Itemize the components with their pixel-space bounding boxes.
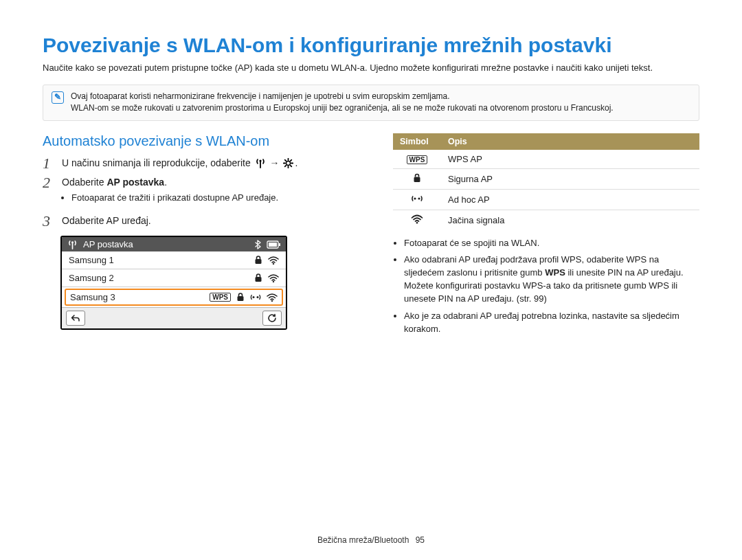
wifi-icon — [267, 293, 278, 302]
bullet-1: Fotoaparat će se spojiti na WLAN. — [404, 237, 699, 250]
bullet-2-bold: WPS — [545, 267, 565, 278]
table-desc: WPS AP — [441, 150, 699, 169]
lock-icon — [236, 293, 245, 302]
svg-rect-13 — [279, 243, 280, 246]
device-footer — [62, 307, 286, 328]
svg-rect-22 — [414, 177, 420, 182]
ap-name: Samsung 3 — [70, 292, 204, 302]
note-line-2: WLAN-om se može rukovati u zatvorenim pr… — [71, 102, 614, 114]
footer-label: Bežična mreža/Bluetooth — [317, 535, 409, 545]
bullet-3: Ako je za odabrani AP uređaj potrebna lo… — [404, 310, 699, 336]
step-number: 3 — [43, 214, 55, 229]
intro-paragraph: Naučite kako se povezati putem pristupne… — [43, 62, 699, 75]
svg-point-24 — [418, 197, 420, 199]
step-2-bold: AP postavka — [106, 177, 164, 188]
wifi-icon — [393, 210, 441, 230]
svg-line-7 — [291, 165, 292, 166]
svg-line-6 — [285, 159, 286, 161]
wifi-icon — [268, 274, 279, 282]
table-desc: Jačina signala — [441, 210, 699, 230]
svg-rect-18 — [238, 296, 244, 301]
step-2-text-c: . — [164, 177, 167, 188]
battery-icon — [267, 240, 280, 249]
table-row: Jačina signala — [393, 210, 699, 230]
step-2: 2 Odaberite AP postavka. Fotoaparat će t… — [43, 175, 366, 210]
table-header-desc: Opis — [441, 133, 699, 150]
back-button[interactable] — [66, 311, 85, 326]
svg-point-25 — [416, 222, 418, 224]
step-1-text-b: . — [295, 157, 297, 168]
device-screenshot: AP postavka Samsung 1 Samsung 2 — [60, 236, 287, 330]
step-1-text-a: U načinu snimanja ili reprodukcije, odab… — [62, 157, 254, 168]
bluetooth-icon — [254, 240, 261, 249]
device-title: AP postavka — [83, 239, 133, 249]
svg-point-20 — [257, 296, 259, 298]
step-3-text: Odaberite AP uređaj. — [62, 214, 151, 229]
gear-icon — [283, 158, 293, 168]
lock-icon — [254, 273, 262, 282]
refresh-button[interactable] — [262, 311, 282, 326]
right-bullets: Fotoaparat će se spojiti na WLAN. Ako od… — [393, 237, 699, 336]
lock-icon — [393, 168, 441, 189]
page-footer: Bežična mreža/Bluetooth 95 — [0, 535, 742, 545]
arrow-icon: → — [269, 157, 279, 168]
wifi-icon — [268, 256, 279, 265]
svg-point-17 — [273, 280, 274, 282]
footer-page-number: 95 — [416, 535, 425, 545]
page-title: Povezivanje s WLAN-om i konfiguriranje m… — [43, 33, 699, 58]
step-number: 1 — [43, 156, 55, 171]
table-row: Sigurna AP — [393, 168, 699, 189]
note-icon: ✎ — [52, 91, 64, 104]
step-2-sub: Fotoaparat će tražiti i prikazati dostup… — [71, 191, 278, 205]
svg-rect-14 — [256, 259, 262, 264]
ap-row[interactable]: Samsung 1 — [62, 251, 286, 269]
svg-point-15 — [273, 262, 274, 264]
antenna-icon — [255, 158, 266, 168]
svg-line-9 — [285, 165, 286, 166]
wps-badge: WPS — [407, 155, 428, 164]
step-3: 3 Odaberite AP uređaj. — [43, 214, 366, 229]
note-text: Ovaj fotoaparat koristi neharmonizirane … — [71, 91, 614, 115]
svg-rect-16 — [256, 277, 262, 282]
svg-line-8 — [291, 159, 292, 161]
svg-point-23 — [414, 197, 416, 199]
section-title: Automatsko povezivanje s WLAN-om — [43, 133, 366, 149]
ap-name: Samsung 1 — [69, 255, 249, 265]
svg-point-21 — [271, 300, 273, 301]
step-number: 2 — [43, 175, 55, 210]
lock-icon — [254, 256, 262, 265]
svg-rect-12 — [269, 243, 277, 247]
adhoc-icon — [393, 189, 441, 210]
table-row: WPS WPS AP — [393, 150, 699, 169]
note-line-1: Ovaj fotoaparat koristi neharmonizirane … — [71, 91, 614, 102]
adhoc-icon — [250, 293, 261, 302]
table-desc: Sigurna AP — [441, 168, 699, 189]
svg-point-19 — [253, 296, 255, 298]
bullet-2: Ako odabrani AP uređaj podržava profil W… — [404, 254, 699, 305]
svg-point-1 — [286, 161, 291, 165]
table-row: Ad hoc AP — [393, 189, 699, 210]
table-header-symbol: Simbol — [393, 133, 441, 150]
step-2-text-a: Odaberite — [62, 177, 106, 188]
wps-badge: WPS — [210, 293, 231, 302]
ap-name: Samsung 2 — [69, 273, 249, 283]
svg-point-10 — [71, 241, 74, 243]
device-antenna-icon — [67, 240, 78, 249]
table-desc: Ad hoc AP — [441, 189, 699, 210]
ap-row[interactable]: Samsung 2 — [62, 269, 286, 287]
svg-point-0 — [259, 159, 261, 161]
step-1: 1 U načinu snimanja ili reprodukcije, od… — [43, 156, 366, 171]
device-header: AP postavka — [62, 237, 286, 251]
ap-row-selected[interactable]: Samsung 3 WPS — [65, 289, 283, 306]
note-box: ✎ Ovaj fotoaparat koristi neharmoniziran… — [43, 85, 699, 121]
symbol-table: Simbol Opis WPS WPS AP Sigurna AP — [393, 133, 699, 230]
